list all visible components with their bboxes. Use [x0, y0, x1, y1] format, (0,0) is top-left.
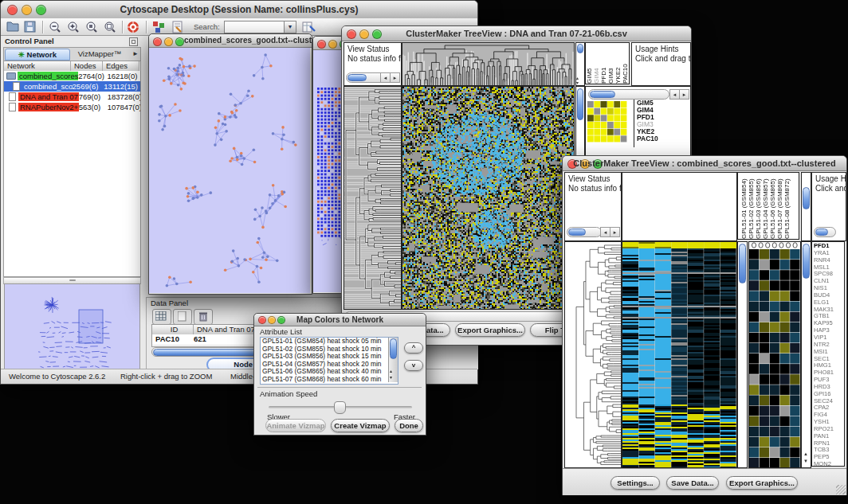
zoom-hscroll[interactable] [588, 89, 669, 100]
settings-button[interactable]: Settings... [610, 476, 660, 490]
column-label-strip: GIM5GIM4PFD1GIM3YKE2PAC10 [585, 42, 630, 84]
doc-icon [9, 103, 16, 111]
heatmap-canvas[interactable] [402, 86, 575, 310]
done-button[interactable]: Done [395, 419, 423, 432]
open-session-icon[interactable] [6, 21, 19, 33]
usage-hscroll[interactable] [814, 227, 836, 237]
annotation-icon[interactable] [171, 21, 184, 33]
network-view-titlebar[interactable]: combined_scores_good.txt--cluste... [149, 34, 312, 48]
column-label[interactable]: GPL51-08 (GSM872) [783, 174, 791, 239]
tab-network[interactable]: ✳ Network [5, 49, 70, 61]
column-label[interactable]: GIM4 [593, 45, 600, 84]
scroll-right-arrow[interactable]: ▸ [390, 72, 400, 83]
help-lifebuoy-icon[interactable] [127, 21, 139, 33]
network-graph-canvas[interactable] [149, 48, 310, 293]
tab-vizmapper[interactable]: VizMapper™ [71, 49, 128, 59]
toolbar-separator [146, 21, 147, 33]
network-table-row[interactable]: DNA and Tran 07769(0)183728(0) [4, 92, 140, 102]
heatmap-vscroll[interactable] [737, 241, 748, 468]
mini-vscroll[interactable]: ▴▾ [575, 42, 585, 86]
column-label[interactable]: PFD1 [600, 45, 607, 84]
window-title: combined_scores_good.txt--cluste... [184, 36, 312, 45]
table-mode-button[interactable] [152, 309, 171, 325]
create-vizmap-button[interactable]: Create Vizmap [331, 419, 390, 432]
column-label[interactable]: GPL51-01 (GSM854) [740, 174, 748, 239]
move-up-button[interactable]: ^ [404, 342, 423, 354]
usage-hints-text: Click and [812, 184, 846, 193]
gene-dendrogram-canvas[interactable] [564, 241, 622, 468]
scroll-right-arrow[interactable]: ▸ [610, 227, 620, 237]
view-status-hscroll[interactable] [567, 227, 602, 237]
gene-list-vscroll[interactable]: ▲ ▼ [801, 241, 811, 468]
search-dropdown-arrow[interactable]: ▼ [284, 21, 296, 33]
search-input[interactable] [224, 21, 286, 33]
toolbar-separator [122, 21, 123, 33]
row-label[interactable]: PAC10 [637, 135, 658, 143]
network-row-list: combined_scores2764(0)16218(0)combined_s… [4, 71, 140, 112]
label-vscroll[interactable] [801, 172, 811, 241]
gene-label-list: PFD1YRA1RNR4MSL1SPC98CLN1NIS1BUD4ELG1MAK… [811, 241, 845, 467]
zoom-out-icon[interactable] [49, 21, 61, 33]
zoom-in-icon[interactable] [67, 21, 80, 33]
attribute-list-vscroll[interactable]: ▴ ▾ [388, 338, 398, 382]
close-button[interactable] [317, 40, 326, 49]
float-panel-icon[interactable] [129, 37, 138, 46]
scroll-right-arrow[interactable]: ▸ [679, 89, 689, 100]
save-data-button[interactable]: Save Data... [666, 476, 719, 490]
new-attribute-button[interactable] [173, 309, 192, 325]
treeview2-titlebar[interactable]: ClusterMaker TreeView : combined_scores_… [563, 156, 846, 171]
vizmap-icon[interactable] [152, 21, 165, 33]
main-titlebar[interactable]: Cytoscape Desktop (Session Name: collins… [1, 1, 477, 19]
zoom-selected-icon[interactable] [85, 21, 98, 33]
column-label[interactable]: GPL51-03 (GSM856) [755, 174, 762, 239]
column-label[interactable]: GPL51-02 (GSM855) [748, 174, 755, 239]
network-tab-icon: ✳ [18, 50, 25, 59]
status-hint-zoom: Right-click + drag to ZOOM [120, 372, 212, 381]
resize-grip[interactable] [836, 485, 846, 494]
network-table-row[interactable]: combined_sco2569(6)13112(15) [4, 81, 140, 92]
dialog-title: Map Colors to Network [254, 315, 426, 324]
gene-dendrogram-canvas[interactable] [344, 86, 402, 310]
usage-hints-text: Click and drag tc [632, 54, 690, 64]
doc-icon [9, 92, 16, 101]
minimize-button[interactable] [164, 37, 173, 46]
map-colors-dialog: Map Colors to Network Attribute List GPL… [253, 313, 426, 436]
network-table-row[interactable]: combined_scores2764(0)16218(0) [4, 71, 140, 81]
col-header-edges[interactable]: Edges [103, 61, 139, 71]
col-header-network[interactable]: Network [4, 61, 71, 71]
column-label[interactable]: PAC10 [622, 45, 629, 84]
column-label[interactable]: GPL51-04 (GSM857) [762, 174, 769, 239]
zoom-window-button[interactable] [175, 37, 184, 46]
export-graphics-button[interactable]: Export Graphics... [726, 476, 798, 490]
attribute-editor-icon[interactable] [302, 21, 316, 33]
delete-attribute-trash-icon[interactable] [194, 309, 213, 325]
column-dendrogram-canvas[interactable] [402, 42, 575, 86]
heatmap-canvas[interactable] [622, 241, 737, 468]
speed-slider-thumb[interactable] [334, 401, 346, 414]
zoom-fit-icon[interactable] [104, 21, 116, 33]
animation-speed-label: Animation Speed [260, 389, 317, 398]
minimize-button[interactable] [328, 40, 337, 49]
close-button[interactable] [153, 37, 162, 46]
dialog-titlebar[interactable]: Map Colors to Network [254, 314, 426, 326]
column-label[interactable]: GPL51-06 (GSM865) [769, 174, 776, 239]
animate-vizmap-button[interactable]: Animate Vizmap [265, 419, 326, 432]
zoom-heatmap-canvas[interactable] [748, 241, 801, 468]
column-label[interactable]: GIM5 [586, 45, 593, 84]
export-graphics-button[interactable]: Export Graphics... [455, 323, 525, 337]
data-col-id[interactable]: ID [152, 325, 194, 334]
col-header-nodes[interactable]: Nodes [71, 61, 103, 71]
network-overview-canvas[interactable] [4, 283, 140, 369]
column-label[interactable]: YKE2 [614, 45, 622, 84]
save-session-icon[interactable] [24, 21, 36, 33]
move-down-button[interactable]: v [404, 360, 423, 371]
column-dendrogram-area[interactable] [622, 172, 737, 241]
gene-label[interactable]: MON2 [814, 461, 844, 468]
correlation-matrix-canvas[interactable] [587, 101, 627, 143]
column-label[interactable]: GPL51-07 (GSM868) [776, 174, 783, 239]
network-table-row[interactable]: RNAPuberNov2+563(0)107847(0) [4, 102, 140, 112]
column-label[interactable]: GIM3 [607, 45, 614, 84]
treeview1-titlebar[interactable]: ClusterMaker TreeView : DNA and Tran 07-… [342, 26, 691, 41]
attribute-item[interactable]: GPL51-07 (GSM868) heat shock 60 min [261, 376, 398, 384]
tab-overflow-arrow[interactable]: ► [132, 50, 139, 57]
